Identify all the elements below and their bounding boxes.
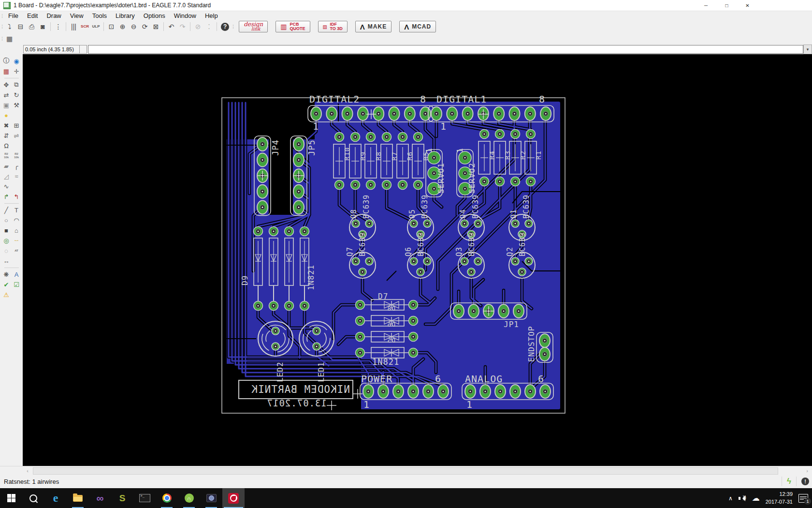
warning-tool[interactable]: ⚠ xyxy=(1,290,12,299)
group-tool[interactable]: ▣ xyxy=(1,100,12,110)
errors-tool[interactable]: ☑ xyxy=(12,280,22,289)
polygon-tool[interactable]: ⌂ xyxy=(12,225,22,235)
meander-tool[interactable]: ∿ xyxy=(1,181,12,191)
make-button[interactable]: ΛMAKE xyxy=(355,21,392,32)
move-tool[interactable]: ✥ xyxy=(1,80,12,90)
copy-tool[interactable]: ⧉ xyxy=(12,80,22,90)
menu-help[interactable]: Help xyxy=(201,12,222,20)
taskbar-eagle[interactable] xyxy=(222,488,245,508)
go-icon[interactable]: ⁚ xyxy=(204,22,214,32)
menu-file[interactable]: File xyxy=(4,12,23,20)
command-dropdown-arrow[interactable]: ▾ xyxy=(803,45,812,54)
miter-tool[interactable]: ╭ xyxy=(12,161,22,171)
maximize-button[interactable]: □ xyxy=(716,0,737,11)
print-icon[interactable]: ⎙ xyxy=(27,22,37,32)
replace-tool[interactable]: ⇌ xyxy=(12,131,22,140)
menu-edit[interactable]: Edit xyxy=(23,12,42,20)
action-center-icon[interactable]: 1 xyxy=(798,494,808,503)
show-tool[interactable]: ◉ xyxy=(12,56,22,66)
smash-tool[interactable]: ▰ xyxy=(1,161,12,171)
display-layers-tool[interactable]: ▦ xyxy=(1,66,12,76)
command-input[interactable] xyxy=(88,45,803,54)
help-icon[interactable]: ? xyxy=(221,23,229,31)
pcb-board-drawing[interactable]: DIGITAL281DIGITAL181JP4JP5R10R9R8R7R6R5R… xyxy=(23,54,812,466)
execute-script-scr-icon[interactable]: SCR xyxy=(80,22,90,32)
taskbar-android-studio[interactable]: ∩ xyxy=(178,488,200,508)
onedrive-cloud-icon[interactable]: ☁ xyxy=(752,493,760,503)
scroll-right-arrow[interactable]: › xyxy=(803,467,811,474)
add-tool[interactable]: ⊞ xyxy=(12,120,22,130)
mcad-button[interactable]: ΛMCAD xyxy=(399,21,436,32)
run-script-icon[interactable]: ⋮ xyxy=(53,22,63,32)
route-tool[interactable]: ↱ xyxy=(1,192,12,201)
ratsnest-tool[interactable]: ❋ xyxy=(1,269,12,279)
optimize-tool[interactable]: ≈ xyxy=(12,171,22,181)
menu-view[interactable]: View xyxy=(66,12,88,20)
ripup-tool[interactable]: ↰ xyxy=(12,192,22,201)
tray-chevron-icon[interactable]: ∧ xyxy=(728,495,733,502)
taskbar-search[interactable] xyxy=(22,488,44,508)
horizontal-scrollbar[interactable]: ‹ › xyxy=(0,466,812,475)
stop-icon[interactable]: ⊘ xyxy=(193,22,203,32)
redo-icon[interactable]: ↷ xyxy=(177,22,188,32)
run-ulp-icon[interactable]: ULP xyxy=(91,22,101,32)
pcb-quote-button[interactable]: ▥PCB QUOTE xyxy=(276,21,310,32)
rotate-tool[interactable]: ↻ xyxy=(12,90,22,100)
menu-options[interactable]: Options xyxy=(139,12,170,20)
taskbar-app-green-s[interactable]: S xyxy=(111,488,133,508)
signal-tool[interactable]: •–• xyxy=(12,236,22,245)
grid-button[interactable]: ▦ xyxy=(4,34,14,44)
taskbar-start[interactable] xyxy=(0,488,22,508)
pinswap-tool[interactable]: ⇵ xyxy=(1,131,12,140)
design-link-button[interactable]: designlink xyxy=(239,21,268,32)
taskbar-file-explorer[interactable] xyxy=(67,488,89,508)
mirror-tool[interactable]: ⇄ xyxy=(1,90,12,100)
hole-tool[interactable]: ◌ xyxy=(1,246,12,255)
delete-tool[interactable]: ✖ xyxy=(1,120,12,130)
zoom-select-icon[interactable]: ⊠ xyxy=(151,22,161,32)
open-icon[interactable]: ⤵ xyxy=(4,22,14,32)
undo-icon[interactable]: ↶ xyxy=(166,22,176,32)
mark-tool[interactable]: ✛ xyxy=(12,66,22,76)
lock-tool[interactable]: Ω xyxy=(1,141,12,150)
arc-tool[interactable]: ◠ xyxy=(12,215,22,225)
rect-tool[interactable]: ■ xyxy=(1,225,12,235)
close-button[interactable]: ✕ xyxy=(737,0,758,11)
cut-tool[interactable]: ● xyxy=(1,110,12,120)
text-tool[interactable]: T xyxy=(12,205,22,215)
zoom-fit-icon[interactable]: ⊡ xyxy=(106,22,116,32)
taskbar-command-prompt[interactable]: >_ xyxy=(133,488,156,508)
via-tool[interactable]: ◎ xyxy=(1,236,12,245)
layer-settings-icon[interactable]: ||| xyxy=(69,22,79,32)
menu-draw[interactable]: Draw xyxy=(42,12,65,20)
board-canvas[interactable]: DIGITAL281DIGITAL181JP4JP5R10R9R8R7R6R5R… xyxy=(23,54,812,466)
idf-to-3d-button[interactable]: ⧈IDF TO 3D xyxy=(318,21,348,32)
change-tool[interactable]: ⚒ xyxy=(12,100,22,110)
taskbar-photos[interactable] xyxy=(200,488,222,508)
attribute-tool[interactable]: AT xyxy=(12,246,22,255)
dimension-tool[interactable]: ↔ xyxy=(1,256,12,266)
menu-window[interactable]: Window xyxy=(170,12,201,20)
taskbar-visual-studio[interactable]: ∞ xyxy=(89,488,111,508)
minimize-button[interactable]: ─ xyxy=(696,0,716,11)
save-icon[interactable]: ⊟ xyxy=(15,22,26,32)
wire-tool[interactable]: ╱ xyxy=(1,205,12,215)
name-tool[interactable]: R2 10k xyxy=(1,151,12,161)
zoom-in-icon[interactable]: ⊕ xyxy=(117,22,128,32)
taskbar-edge[interactable]: e xyxy=(44,488,67,508)
scroll-left-arrow[interactable]: ‹ xyxy=(24,467,31,474)
export-image-icon[interactable]: ◙ xyxy=(38,22,48,32)
menu-library[interactable]: Library xyxy=(111,12,139,20)
autorouter-tool[interactable]: A xyxy=(12,269,22,279)
menu-tools[interactable]: Tools xyxy=(88,12,111,20)
circle-tool[interactable]: ○ xyxy=(1,215,12,225)
split-tool[interactable]: ◿ xyxy=(1,171,12,181)
zoom-redraw-icon[interactable]: ⟳ xyxy=(140,22,150,32)
value-tool[interactable]: R2 10k xyxy=(12,151,22,161)
info-tool[interactable]: ⓘ xyxy=(1,56,12,66)
drc-tool[interactable]: ✔ xyxy=(1,280,12,289)
taskbar-clock[interactable]: 12:39 2017-07-31 xyxy=(766,491,793,506)
volume-icon[interactable]: )) xyxy=(739,495,746,501)
zoom-out-icon[interactable]: ⊖ xyxy=(129,22,139,32)
scrollbar-thumb[interactable] xyxy=(33,467,778,475)
